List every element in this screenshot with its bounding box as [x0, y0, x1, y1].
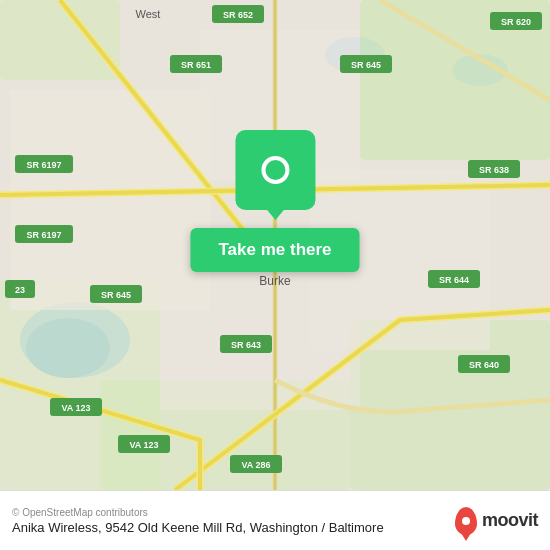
map-container: SR 652 SR 620 SR 651 SR 645 SR 638 SR 61… [0, 0, 550, 490]
svg-text:SR 645: SR 645 [101, 290, 131, 300]
svg-text:Burke: Burke [259, 274, 291, 288]
svg-text:SR 6197: SR 6197 [26, 160, 61, 170]
moovit-brand-text: moovit [482, 510, 538, 531]
copyright-line: © OpenStreetMap contributors [12, 507, 445, 518]
svg-text:SR 6197: SR 6197 [26, 230, 61, 240]
svg-text:SR 652: SR 652 [223, 10, 253, 20]
svg-text:SR 645: SR 645 [351, 60, 381, 70]
svg-text:SR 651: SR 651 [181, 60, 211, 70]
address-line: Anika Wireless, 9542 Old Keene Mill Rd, … [12, 520, 445, 535]
moovit-pin-dot [462, 517, 470, 525]
svg-text:SR 644: SR 644 [439, 275, 469, 285]
info-bar: © OpenStreetMap contributors Anika Wirel… [0, 490, 550, 550]
take-me-there-button[interactable]: Take me there [190, 228, 359, 272]
svg-text:SR 643: SR 643 [231, 340, 261, 350]
info-text-group: © OpenStreetMap contributors Anika Wirel… [12, 507, 445, 535]
navigation-overlay: Take me there [190, 130, 359, 272]
svg-text:SR 638: SR 638 [479, 165, 509, 175]
openstreetmap-text: OpenStreetMap contributors [22, 507, 148, 518]
svg-text:VA 123: VA 123 [129, 440, 158, 450]
location-marker [235, 130, 315, 210]
svg-text:VA 123: VA 123 [61, 403, 90, 413]
copyright-icon: © [12, 507, 19, 518]
svg-text:VA 286: VA 286 [241, 460, 270, 470]
moovit-pin-icon [455, 507, 477, 535]
svg-text:West: West [136, 8, 161, 20]
svg-rect-6 [0, 0, 120, 80]
marker-pin-inner [261, 156, 289, 184]
svg-text:23: 23 [15, 285, 25, 295]
svg-text:SR 620: SR 620 [501, 17, 531, 27]
moovit-logo: moovit [455, 507, 538, 535]
svg-text:SR 640: SR 640 [469, 360, 499, 370]
